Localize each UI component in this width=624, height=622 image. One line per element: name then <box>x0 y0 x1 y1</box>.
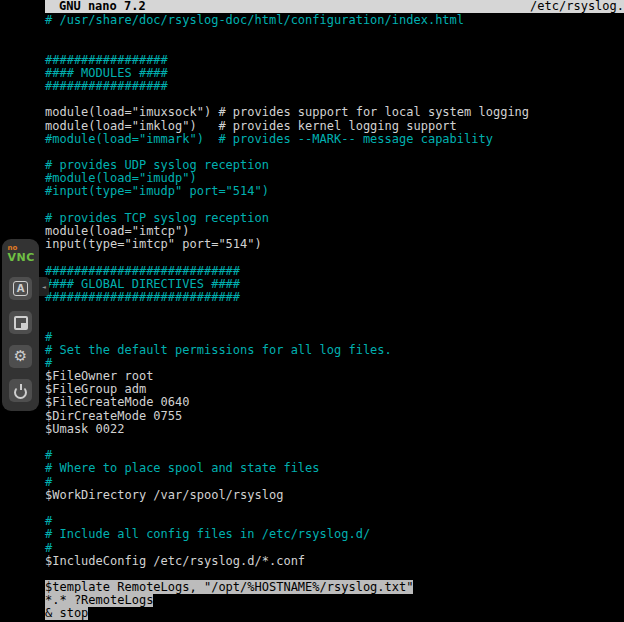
keyboard-key-a-icon: A <box>13 281 28 296</box>
editor-line <box>45 502 624 515</box>
editor-line: #input(type="imudp" port="514") <box>45 185 624 198</box>
editor-line: & stop <box>45 607 624 620</box>
chevron-left-icon: ◄ <box>42 283 46 290</box>
editor-line: $Umask 0022 <box>45 423 624 436</box>
editor-body[interactable]: # /usr/share/doc/rsyslog-doc/html/config… <box>45 13 624 621</box>
novnc-logo: no VNC <box>5 242 37 266</box>
screen: GNU nano 7.2 /etc/rsyslog. # /usr/share/… <box>0 0 624 622</box>
editor-line: ################# <box>45 80 624 93</box>
editor-line: $IncludeConfig /etc/rsyslog.d/*.conf <box>45 555 624 568</box>
nano-filename: /etc/rsyslog. <box>530 0 624 13</box>
editor-line: #module(load="immark") # provides --MARK… <box>45 133 624 146</box>
editor-line <box>45 304 624 317</box>
editor-line: # Where to place spool and state files <box>45 462 624 475</box>
nano-version: GNU nano 7.2 <box>45 0 146 13</box>
editor-line <box>45 317 624 330</box>
gear-icon: ⚙ <box>14 349 27 364</box>
fullscreen-icon <box>14 316 28 330</box>
editor-line: # /usr/share/doc/rsyslog-doc/html/config… <box>45 14 624 27</box>
settings-button[interactable]: ⚙ <box>9 345 32 368</box>
fullscreen-button[interactable] <box>9 311 32 334</box>
editor-line <box>45 436 624 449</box>
disconnect-button[interactable] <box>9 379 32 402</box>
novnc-toolbar: no VNC ◄ A ⚙ <box>2 239 39 411</box>
power-icon <box>14 384 27 398</box>
editor-line: # Include all config files in /etc/rsysl… <box>45 528 624 541</box>
toolbar-collapse-handle[interactable]: ◄ <box>39 277 49 296</box>
editor-line: *.* ?RemoteLogs <box>45 594 624 607</box>
editor-line: # Set the default permissions for all lo… <box>45 344 624 357</box>
editor-line <box>45 27 624 40</box>
extra-keys-button[interactable]: A <box>9 277 32 300</box>
nano-titlebar: GNU nano 7.2 /etc/rsyslog. <box>45 0 624 13</box>
editor-line: ########################### <box>45 291 624 304</box>
editor-line: $DirCreateMode 0755 <box>45 410 624 423</box>
editor-line: $WorkDirectory /var/spool/rsyslog <box>45 489 624 502</box>
novnc-logo-vnc: VNC <box>8 252 35 263</box>
editor-line: input(type="imtcp" port="514") <box>45 238 624 251</box>
nano-terminal[interactable]: GNU nano 7.2 /etc/rsyslog. # /usr/share/… <box>45 0 624 622</box>
